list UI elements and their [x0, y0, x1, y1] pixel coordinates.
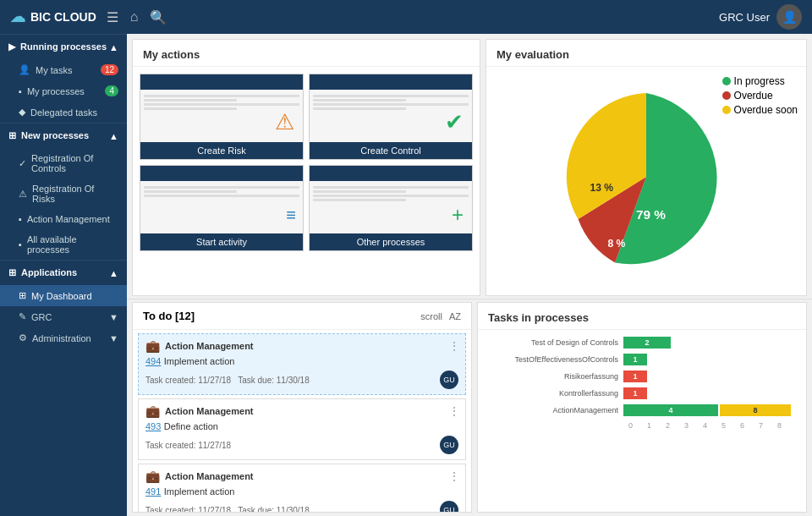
controls-icon: ✓ — [19, 158, 26, 169]
todo-link-2[interactable]: 493 — [145, 421, 161, 431]
chart-row-3: Risikoerfassung 1 — [488, 371, 796, 382]
todo-item-1: 💼 Action Management ⋮ 494 Implement acti… — [138, 333, 466, 395]
sidebar-item-my-tasks[interactable]: 👤 My tasks 12 — [0, 59, 127, 80]
action-card-start-activity[interactable]: ≡ Start activity — [140, 165, 304, 251]
sidebar-section-new[interactable]: ⊞New processes ▲ — [0, 123, 127, 148]
sidebar-item-my-processes[interactable]: ▪ My processes 4 — [0, 80, 127, 102]
chart-label-1: Test of Design of Controls — [488, 338, 623, 347]
todo-desc-2b: Define action — [164, 421, 218, 431]
bar-red-4: 1 — [623, 387, 647, 399]
lines-icon: ≡ — [286, 206, 296, 225]
tasks-chart: Test of Design of Controls 2 TestOfEffec… — [478, 330, 806, 512]
action-card-create-risk[interactable]: ⚠ Create Risk — [140, 74, 304, 160]
top-row: My actions ⚠ — [127, 34, 812, 299]
actions-panel: My actions ⚠ — [132, 39, 480, 296]
todo-link-3[interactable]: 491 — [145, 486, 161, 497]
sidebar-section-applications[interactable]: ⊞Applications ▲ — [0, 260, 127, 285]
main-layout: ▶Running processes ▲ 👤 My tasks 12 ▪ My … — [0, 34, 812, 516]
chart-axis: 0 1 2 3 4 5 6 7 8 — [488, 421, 796, 430]
home-icon[interactable]: ⌂ — [130, 9, 139, 25]
todo-category-2: Action Management — [165, 406, 254, 416]
sidebar-item-all-processes[interactable]: ▪ All available processes — [0, 229, 127, 260]
todo-desc-1b: Implement action — [164, 356, 235, 366]
action-card-create-control[interactable]: ✔ Create Control — [309, 74, 473, 160]
eval-chart-container: In progress Overdue Overdue soon — [486, 67, 806, 295]
chart-label-4: Kontrollerfassung — [488, 389, 623, 398]
scroll-label[interactable]: scroll — [420, 311, 442, 321]
all-icon: ▪ — [19, 239, 22, 250]
todo-avatar-2: GU — [440, 436, 458, 454]
sidebar-item-admin[interactable]: ⚙ Administration ▼ — [0, 327, 127, 349]
sidebar-item-action-mgmt[interactable]: ▪ Action Management — [0, 209, 127, 229]
tasks-panel: Tasks in processes Test of Design of Con… — [477, 302, 807, 513]
evaluation-title: My evaluation — [486, 40, 806, 67]
legend-in-progress: In progress — [722, 75, 798, 87]
header: ☁ BIC CLOUD ☰ ⌂ 🔍 GRC User 👤 — [0, 0, 812, 34]
person-icon: 👤 — [19, 64, 30, 75]
logo-text: BIC CLOUD — [30, 10, 96, 24]
chart-label-2: TestOfEffectivenessOfControls — [488, 355, 623, 364]
chevron-right-icon: ▼ — [109, 312, 118, 322]
todo-meta-3: Task created: 11/27/18 Task due: 11/30/1… — [145, 501, 458, 512]
search-icon[interactable]: 🔍 — [150, 9, 167, 25]
sidebar-item-reg-risks[interactable]: ⚠ Registration Of Risks — [0, 178, 127, 209]
todo-meta-2: Task created: 11/27/18 GU — [145, 436, 458, 454]
logo: ☁ BIC CLOUD — [10, 8, 96, 26]
todo-link-1[interactable]: 494 — [145, 356, 161, 366]
action-card-other-processes[interactable]: + Other processes — [309, 165, 473, 251]
todo-menu-3[interactable]: ⋮ — [448, 469, 460, 483]
todo-scroll[interactable]: 💼 Action Management ⋮ 494 Implement acti… — [133, 330, 471, 512]
sidebar-section-running[interactable]: ▶Running processes ▲ — [0, 34, 127, 59]
evaluation-panel: My evaluation In progress Overdue — [486, 39, 807, 296]
todo-menu-1[interactable]: ⋮ — [448, 339, 460, 353]
grc-icon: ✎ — [19, 311, 26, 322]
cloud-icon: ☁ — [10, 8, 25, 26]
todo-menu-2[interactable]: ⋮ — [448, 404, 460, 418]
actions-title: My actions — [133, 40, 480, 67]
todo-item-1-header: 💼 Action Management ⋮ — [145, 339, 458, 353]
delegate-icon: ◆ — [19, 107, 25, 118]
admin-icon: ⚙ — [19, 332, 27, 343]
sidebar-item-reg-controls[interactable]: ✓ Registration Of Controls — [0, 148, 127, 178]
menu-icon[interactable]: ☰ — [107, 9, 118, 25]
create-risk-label: Create Risk — [140, 142, 303, 159]
tasks-title: Tasks in processes — [478, 303, 806, 330]
header-nav-icons: ☰ ⌂ 🔍 — [107, 9, 167, 25]
chevron-up-icon-2: ▲ — [109, 131, 118, 141]
bar-yellow-5: 8 — [720, 404, 791, 416]
todo-meta-1: Task created: 11/27/18 Task due: 11/30/1… — [145, 371, 458, 389]
todo-header: To do [12] scroll AZ — [133, 303, 471, 330]
todo-avatar-3: GU — [440, 501, 458, 512]
actions-grid: ⚠ Create Risk — [133, 67, 480, 258]
sidebar-item-dashboard[interactable]: ⊞ My Dashboard — [0, 285, 127, 306]
chevron-right-icon-2: ▼ — [109, 333, 118, 343]
start-activity-label: Start activity — [140, 233, 303, 250]
bar-green-5: 4 — [623, 404, 718, 416]
sidebar-item-delegated[interactable]: ◆ Delegated tasks — [0, 102, 127, 123]
action-icon: ▪ — [19, 214, 22, 224]
user-name: GRC User — [719, 11, 770, 24]
chart-row-2: TestOfEffectivenessOfControls 1 — [488, 354, 796, 365]
svg-text:79 %: 79 % — [636, 207, 666, 222]
plus-icon: + — [452, 203, 464, 227]
svg-text:8 %: 8 % — [607, 238, 625, 250]
chart-row-5: ActionManagement 4 8 — [488, 404, 796, 416]
todo-title: To do [12] — [143, 310, 195, 322]
check-icon: ✔ — [445, 109, 464, 135]
chart-label-5: ActionManagement — [488, 406, 623, 414]
process-icon: ▪ — [19, 86, 22, 96]
other-processes-preview: + — [310, 166, 472, 233]
todo-item-2-header: 💼 Action Management ⋮ — [145, 404, 458, 418]
az-label[interactable]: AZ — [449, 311, 461, 321]
other-processes-label: Other processes — [310, 233, 472, 250]
briefcase-icon-3: 💼 — [145, 469, 160, 483]
todo-category-3: Action Management — [165, 471, 254, 481]
header-left: ☁ BIC CLOUD ☰ ⌂ 🔍 — [10, 8, 167, 26]
todo-item-2: 💼 Action Management ⋮ 493 Define action … — [138, 398, 466, 460]
chart-bars-3: 1 — [623, 371, 647, 382]
legend-overdue: Overdue — [722, 90, 798, 102]
todo-item-1-body: 494 Implement action — [145, 355, 458, 367]
sidebar-item-grc[interactable]: ✎ GRC ▼ — [0, 306, 127, 327]
briefcase-icon-2: 💼 — [145, 404, 160, 418]
legend-dot-red — [722, 91, 731, 100]
